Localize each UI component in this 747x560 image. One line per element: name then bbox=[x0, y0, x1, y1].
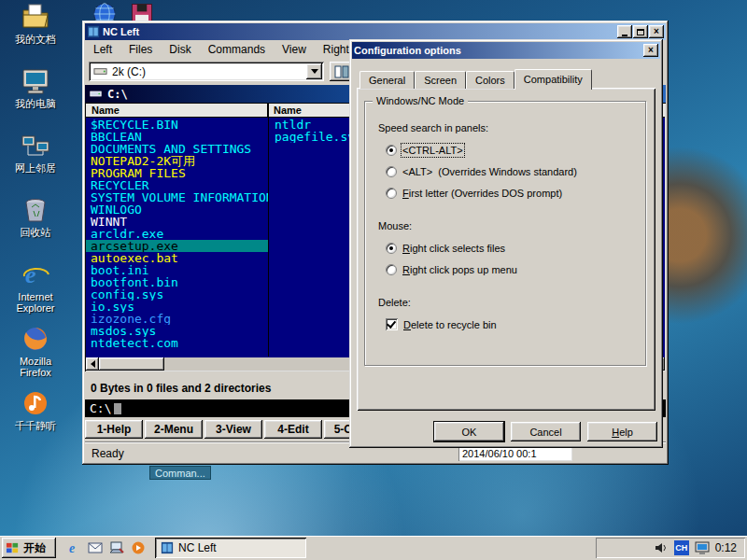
quicklaunch-media-icon[interactable] bbox=[129, 539, 147, 557]
scroll-left-button[interactable] bbox=[86, 357, 99, 371]
menu-disk[interactable]: Disk bbox=[161, 41, 199, 58]
fkey-3-view[interactable]: 3-View bbox=[204, 420, 262, 439]
desktop-icon-label: 千千静听 bbox=[15, 420, 56, 431]
file-row[interactable]: ntdetect.com bbox=[86, 337, 268, 349]
desktop-icon-label: Mozilla Firefox bbox=[6, 356, 65, 378]
svg-text:e: e bbox=[69, 541, 75, 555]
file-row[interactable]: bootfont.bin bbox=[86, 276, 268, 288]
file-row[interactable]: WINNT bbox=[86, 216, 268, 228]
fkey-4-edit[interactable]: 4-Edit bbox=[264, 420, 322, 439]
nc-titlebar[interactable]: NC Left × bbox=[85, 23, 666, 40]
file-row-selected[interactable]: arcsetup.exe bbox=[86, 240, 268, 252]
dialog-section: Speed search in panels:<CTRL-ALT><ALT> (… bbox=[378, 122, 636, 200]
option-label: Right click selects files bbox=[402, 243, 505, 254]
desktop-icon-label: 我的电脑 bbox=[15, 98, 56, 109]
dialog-titlebar[interactable]: Configuration options × bbox=[352, 42, 660, 59]
maximize-button[interactable] bbox=[633, 25, 648, 38]
background-window-fragment[interactable]: Comman... bbox=[149, 466, 211, 480]
task-label: NC Left bbox=[178, 541, 217, 554]
minimize-button[interactable] bbox=[617, 25, 632, 38]
quicklaunch-ie-icon[interactable]: e bbox=[64, 539, 82, 557]
file-row[interactable]: msdos.sys bbox=[86, 325, 268, 337]
radio-button[interactable] bbox=[386, 145, 397, 156]
quicklaunch-mail-icon[interactable] bbox=[86, 539, 104, 557]
radio-button[interactable] bbox=[386, 188, 397, 199]
drive-dropdown-button[interactable] bbox=[306, 63, 322, 79]
mozilla-firefox-icon bbox=[21, 324, 50, 354]
radio-option[interactable]: Right click selects files bbox=[386, 241, 636, 255]
display-tray-icon[interactable] bbox=[695, 540, 710, 555]
radio-button[interactable] bbox=[386, 264, 397, 275]
tab-page: Windows/NC Mode Speed search in panels:<… bbox=[357, 88, 655, 411]
radio-option[interactable]: Right click pops up menu bbox=[386, 262, 636, 276]
fkey-2-menu[interactable]: 2-Menu bbox=[145, 420, 203, 439]
desktop-icon-ttplayer[interactable]: 千千静听 bbox=[6, 388, 65, 448]
option-label: Delete to recycle bin bbox=[403, 319, 497, 330]
checkbox-option[interactable]: Delete to recycle bin bbox=[386, 317, 636, 331]
file-row[interactable]: arcldr.exe bbox=[86, 228, 268, 240]
file-row[interactable]: WINLOGO bbox=[86, 203, 268, 216]
network-places-icon bbox=[21, 131, 50, 161]
help-button[interactable]: Help bbox=[587, 422, 657, 441]
radio-button[interactable] bbox=[386, 243, 397, 254]
taskbar-clock[interactable]: 0:12 bbox=[715, 541, 737, 554]
menu-left[interactable]: Left bbox=[85, 41, 120, 58]
scrollbar-thumb[interactable] bbox=[99, 357, 164, 371]
fkey-1-help[interactable]: 1-Help bbox=[85, 420, 143, 439]
file-row[interactable]: RECYCLER bbox=[86, 179, 268, 191]
start-button[interactable]: 开始 bbox=[2, 538, 56, 558]
file-row[interactable]: PROGRAM FILES bbox=[86, 167, 268, 179]
section-label: Mouse: bbox=[378, 220, 636, 231]
panel-path: C:\ bbox=[107, 88, 128, 101]
input-method-indicator[interactable]: CH bbox=[674, 540, 689, 555]
menu-commands[interactable]: Commands bbox=[200, 41, 274, 58]
dialog-title: Configuration options bbox=[354, 45, 641, 56]
column-header-name-left[interactable]: Name bbox=[86, 104, 268, 117]
desktop-icon-my-documents[interactable]: 我的文档 bbox=[6, 2, 65, 62]
configuration-dialog: Configuration options × GeneralScreenCol… bbox=[349, 39, 663, 448]
recycle-bin-icon bbox=[21, 195, 50, 225]
file-row[interactable]: boot.ini bbox=[86, 264, 268, 276]
taskbar: 开始 e NC Left CH 0:12 bbox=[0, 536, 747, 560]
file-row[interactable]: config.sys bbox=[86, 288, 268, 301]
desktop-icon-recycle-bin[interactable]: 回收站 bbox=[6, 195, 65, 255]
file-row[interactable]: NOTEPAD2-2K可用 bbox=[86, 155, 268, 167]
file-row[interactable]: DOCUMENTS AND SETTINGS bbox=[86, 143, 268, 155]
file-row[interactable]: SYSTEM VOLUME INFORMATION bbox=[86, 191, 268, 203]
desktop-icon-network-places[interactable]: 网上邻居 bbox=[6, 131, 65, 190]
desktop-icons: 我的文档我的电脑网上邻居回收站eInternet ExplorerMozilla… bbox=[6, 2, 65, 448]
file-row[interactable]: BBCLEAN bbox=[86, 131, 268, 143]
file-row[interactable]: autoexec.bat bbox=[86, 252, 268, 264]
radio-button[interactable] bbox=[386, 166, 397, 177]
radio-option[interactable]: First letter (Overrides DOS prompt) bbox=[386, 186, 636, 200]
tab-screen[interactable]: Screen bbox=[415, 71, 466, 89]
windows-flag-icon bbox=[6, 541, 20, 555]
desktop-icon-internet-explorer[interactable]: eInternet Explorer bbox=[6, 259, 65, 319]
desktop-icon-label: 我的文档 bbox=[15, 34, 56, 45]
file-row[interactable]: $RECYCLE.BIN bbox=[86, 119, 268, 131]
quicklaunch-show-desktop-icon[interactable] bbox=[107, 539, 125, 557]
windows-nc-mode-group: Windows/NC Mode Speed search in panels:<… bbox=[364, 101, 646, 366]
desktop-icon-my-computer[interactable]: 我的电脑 bbox=[6, 66, 65, 126]
window-title: NC Left bbox=[103, 26, 614, 37]
checkbox[interactable] bbox=[386, 318, 398, 330]
file-row[interactable]: izozone.cfg bbox=[86, 313, 268, 325]
volume-icon[interactable] bbox=[654, 540, 669, 555]
radio-option[interactable]: <CTRL-ALT> bbox=[386, 143, 636, 157]
column-separator bbox=[268, 104, 269, 357]
internet-explorer-icon: e bbox=[21, 259, 50, 289]
tab-compatibility[interactable]: Compatibility bbox=[514, 69, 592, 90]
drive-selector[interactable]: 2k (C:) bbox=[89, 62, 324, 81]
close-button[interactable]: × bbox=[649, 25, 664, 38]
menu-files[interactable]: Files bbox=[120, 41, 161, 58]
tab-general[interactable]: General bbox=[359, 71, 415, 89]
ok-button[interactable]: OK bbox=[434, 422, 504, 441]
radio-option[interactable]: <ALT> (Overrides Windows standard) bbox=[386, 164, 636, 178]
tab-colors[interactable]: Colors bbox=[466, 71, 514, 89]
dialog-close-button[interactable]: × bbox=[643, 44, 658, 57]
menu-view[interactable]: View bbox=[274, 41, 315, 58]
file-row[interactable]: io.sys bbox=[86, 301, 268, 313]
desktop-icon-mozilla-firefox[interactable]: Mozilla Firefox bbox=[6, 324, 65, 384]
cancel-button[interactable]: Cancel bbox=[511, 422, 581, 441]
taskbar-task-nc-left[interactable]: NC Left bbox=[155, 538, 306, 558]
